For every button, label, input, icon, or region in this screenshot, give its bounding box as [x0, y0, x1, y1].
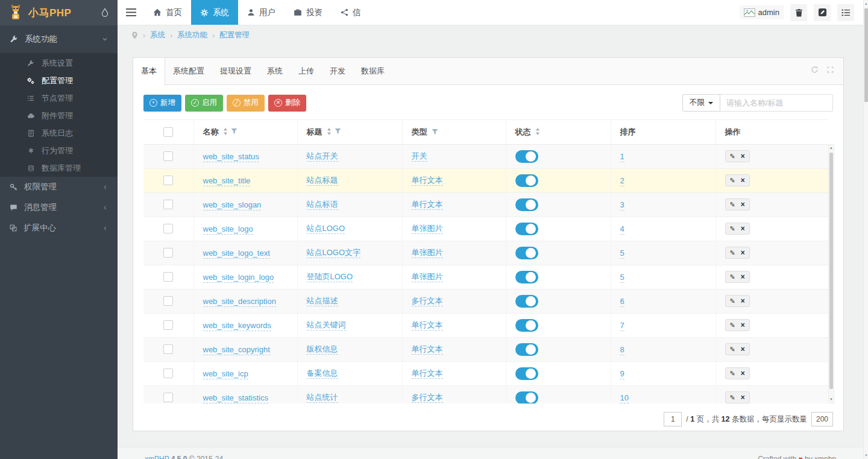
- sidebar-item-system-functions[interactable]: 系统功能: [0, 25, 118, 53]
- tab-system[interactable]: 系统: [259, 58, 291, 84]
- filter-icon[interactable]: [335, 128, 341, 135]
- tab-system-config[interactable]: 系统配置: [165, 58, 212, 84]
- droplet-icon[interactable]: [101, 8, 109, 17]
- row-name-link[interactable]: web_site_status: [203, 152, 259, 162]
- row-type-link[interactable]: 开关: [412, 151, 427, 162]
- nav-user[interactable]: 用户: [238, 0, 285, 25]
- search-input[interactable]: [720, 94, 833, 112]
- refresh-icon[interactable]: [811, 66, 819, 74]
- row-name-link[interactable]: web_site_title: [203, 176, 251, 186]
- row-title-link[interactable]: 备案信息: [307, 369, 338, 379]
- row-checkbox[interactable]: [163, 320, 173, 330]
- status-toggle-on[interactable]: [515, 174, 538, 187]
- delete-icon[interactable]: ×: [741, 394, 745, 401]
- edit-icon[interactable]: ✎: [730, 153, 735, 160]
- row-name-link[interactable]: web_site_logo: [203, 224, 253, 235]
- delete-icon[interactable]: ×: [741, 249, 745, 256]
- edit-icon[interactable]: ✎: [730, 322, 735, 329]
- row-order-link[interactable]: 9: [620, 369, 624, 379]
- fullscreen-icon[interactable]: [826, 66, 834, 74]
- trash-button[interactable]: [790, 4, 807, 21]
- sidebar-item-attachment-management[interactable]: 附件管理: [0, 107, 118, 124]
- edit-icon[interactable]: ✎: [730, 346, 735, 353]
- row-order-link[interactable]: 4: [620, 224, 624, 235]
- sidebar-item-database-management[interactable]: 数据库管理: [0, 159, 118, 177]
- edit-icon[interactable]: ✎: [730, 201, 735, 208]
- row-title-link[interactable]: 版权信息: [307, 344, 338, 355]
- row-name-link[interactable]: web_site_description: [203, 297, 276, 307]
- row-title-link[interactable]: 登陆页LOGO: [307, 272, 353, 282]
- edit-icon[interactable]: ✎: [730, 250, 735, 256]
- tab-basic[interactable]: 基本: [133, 58, 165, 86]
- row-name-link[interactable]: web_site_keywords: [203, 321, 271, 331]
- row-title-link[interactable]: 站点描述: [307, 296, 338, 306]
- row-type-link[interactable]: 单行文本: [412, 176, 443, 186]
- add-button[interactable]: +新增: [143, 95, 181, 112]
- edit-icon[interactable]: ✎: [730, 274, 735, 280]
- row-order-link[interactable]: 8: [620, 345, 624, 355]
- row-checkbox[interactable]: [163, 369, 173, 378]
- tab-withdraw-settings[interactable]: 提现设置: [212, 58, 259, 84]
- hamburger-menu-icon[interactable]: [118, 0, 144, 25]
- sidebar-item-config-management[interactable]: 配置管理: [0, 72, 118, 89]
- select-all-checkbox[interactable]: [163, 127, 173, 137]
- sidebar-item-system-settings[interactable]: 系统设置: [0, 54, 118, 72]
- sidebar-item-message-management[interactable]: 消息管理: [0, 197, 118, 218]
- page-scroll-up-arrow[interactable]: ▲: [864, 0, 868, 7]
- user-menu[interactable]: admin: [740, 5, 784, 19]
- row-title-link[interactable]: 站点标题: [307, 176, 338, 186]
- row-type-link[interactable]: 单张图片: [412, 224, 443, 234]
- page-size-input[interactable]: [811, 412, 833, 426]
- brand-logo[interactable]: 小马PHP: [0, 0, 118, 25]
- row-title-link[interactable]: 站点关键词: [307, 320, 346, 331]
- delete-icon[interactable]: ×: [741, 201, 745, 208]
- row-order-link[interactable]: 10: [620, 393, 629, 404]
- row-order-link[interactable]: 7: [620, 321, 624, 331]
- row-order-link[interactable]: 6: [620, 297, 624, 307]
- row-title-link[interactable]: 站点LOGO: [307, 224, 345, 234]
- status-toggle-on[interactable]: [515, 343, 538, 356]
- row-checkbox[interactable]: [163, 176, 173, 185]
- sidebar-item-node-management[interactable]: 节点管理: [0, 89, 118, 107]
- nav-message[interactable]: 信: [332, 0, 370, 25]
- row-type-link[interactable]: 单行文本: [412, 320, 443, 331]
- delete-icon[interactable]: ×: [741, 297, 745, 305]
- table-scrollbar[interactable]: ▲ ▼: [828, 144, 834, 404]
- status-toggle-on[interactable]: [515, 198, 538, 211]
- row-checkbox[interactable]: [163, 272, 173, 282]
- edit-icon[interactable]: ✎: [730, 177, 735, 184]
- footer-brand-link[interactable]: xmPHP: [145, 455, 169, 459]
- list-button[interactable]: [837, 4, 854, 21]
- row-title-link[interactable]: 站点LOGO文字: [307, 248, 361, 258]
- sort-icon[interactable]: [327, 128, 332, 135]
- breadcrumb-system[interactable]: 系统: [150, 30, 165, 40]
- compose-button[interactable]: [814, 4, 831, 21]
- row-order-link[interactable]: 3: [620, 200, 624, 211]
- row-type-link[interactable]: 单行文本: [412, 344, 443, 355]
- delete-icon[interactable]: ×: [741, 370, 745, 377]
- row-name-link[interactable]: web_site_login_logo: [203, 273, 274, 283]
- sort-icon[interactable]: [535, 128, 540, 135]
- row-checkbox[interactable]: [163, 296, 173, 306]
- row-order-link[interactable]: 5: [620, 248, 624, 259]
- status-toggle-on[interactable]: [515, 295, 538, 308]
- row-title-link[interactable]: 站点开关: [307, 151, 338, 162]
- page-scrollbar[interactable]: ▲ ▼: [863, 0, 868, 459]
- edit-icon[interactable]: ✎: [730, 370, 735, 377]
- row-checkbox[interactable]: [163, 224, 173, 233]
- delete-button[interactable]: ✕删除: [268, 95, 306, 112]
- status-toggle-on[interactable]: [515, 223, 538, 235]
- sidebar-item-permission-management[interactable]: 权限管理: [0, 177, 118, 197]
- row-title-link[interactable]: 站点统计: [307, 393, 338, 403]
- row-order-link[interactable]: 2: [620, 176, 624, 186]
- filter-dropdown[interactable]: 不限: [682, 94, 720, 112]
- row-order-link[interactable]: 1: [620, 152, 624, 162]
- status-toggle-on[interactable]: [515, 391, 538, 404]
- row-checkbox[interactable]: [163, 344, 173, 354]
- row-type-link[interactable]: 单张图片: [412, 248, 443, 258]
- row-type-link[interactable]: 单行文本: [412, 369, 443, 379]
- scroll-down-arrow[interactable]: ▼: [829, 396, 834, 403]
- filter-icon[interactable]: [231, 128, 237, 135]
- tab-upload[interactable]: 上传: [291, 58, 322, 84]
- edit-icon[interactable]: ✎: [730, 394, 735, 401]
